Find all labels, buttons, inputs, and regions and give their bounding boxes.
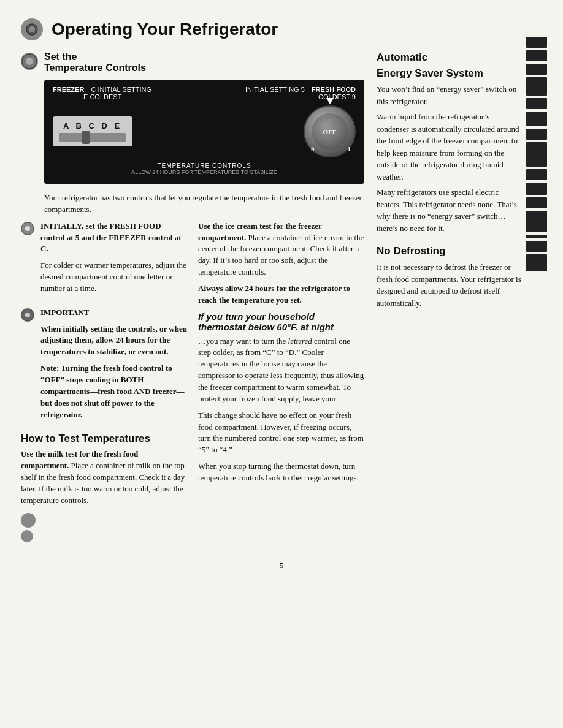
dial-control: OFF 9 1 [304, 105, 356, 157]
no-defrost-section: No Defrosting It is not necessary to def… [377, 245, 524, 309]
thermostat-body1-start: …you may want to turn the [198, 336, 288, 346]
allow-24: Always allow 24 hours for the refrigerat… [198, 283, 364, 306]
freezer-labels: FREEZER C INITIAL SETTING E COLDEST [53, 86, 151, 100]
important-body1: When initially setting the controls, or … [40, 324, 187, 358]
freezer-setting: C INITIAL SETTING [91, 86, 151, 93]
svg-point-7 [25, 313, 30, 317]
how-to-test-heading: How to Test Temperatures [21, 433, 187, 445]
dial-inner: OFF [312, 113, 348, 150]
thermostat-body3: When you stop turning the thermostat dow… [198, 461, 364, 484]
page-header: Operating Your Refrigerator [15, 18, 548, 40]
page-title: Operating Your Refrigerator [52, 20, 278, 39]
thermostat-body1: …you may want to turn the lettered contr… [198, 336, 364, 405]
initially-section: INITIALLY, set the FRESH FOOD control at… [21, 221, 187, 300]
set-temp-title-line1: Set the [44, 51, 146, 63]
fresh-food-label: FRESH FOOD [312, 86, 356, 93]
set-temp-icon [21, 53, 38, 70]
dial-number-9: 9 [311, 145, 315, 153]
auto-energy-section: Automatic Energy Saver System You won’t … [377, 51, 524, 234]
bottom-icon-1 [21, 513, 36, 528]
temp-controls-label: TEMPERATURE CONTROLS [53, 162, 356, 169]
how-to-test-milk: Use the milk test for the fresh food com… [21, 449, 187, 506]
slider-letters: A B C D E [63, 121, 122, 131]
svg-point-3 [26, 58, 33, 65]
auto-energy-title: Automatic [377, 51, 524, 64]
thermostat-heading: If you turn your household thermostat be… [198, 311, 364, 332]
thermostat-body2: This change should have no effect on you… [198, 410, 364, 456]
slider-track [59, 133, 126, 142]
two-col-content: INITIALLY, set the FRESH FOOD control at… [21, 221, 364, 542]
important-body2: Note: Turning the fresh food control to … [40, 363, 187, 420]
right-inner-col: Use the ice cream test for the freezer c… [198, 221, 364, 542]
bottom-icons [21, 513, 187, 542]
main-content: Set the Temperature Controls FREEZER C I… [15, 51, 548, 542]
initially-icon [21, 222, 34, 235]
important-icon [21, 308, 34, 322]
ice-cream-test: Use the ice cream test for the freezer c… [198, 221, 364, 278]
slider-control: A B C D E [53, 116, 132, 146]
thermostat-lettered1: lettered [288, 336, 312, 346]
slider-indicator [82, 131, 90, 144]
auto-energy-body3: Many refrigerators use special electric … [377, 186, 524, 234]
set-temp-header: Set the Temperature Controls [21, 51, 364, 74]
auto-energy-body2: Warm liquid from the refrigerator’s cond… [377, 111, 524, 183]
important-section: IMPORTANT When initially setting the con… [21, 307, 187, 426]
bottom-icon-2 [21, 530, 33, 542]
fresh-setting: INITIAL SETTING 5 [245, 86, 305, 93]
temperature-diagram: FREEZER C INITIAL SETTING E COLDEST INIT… [44, 80, 364, 184]
dial-off-label: OFF [323, 128, 337, 135]
temp-sublabel: ALLOW 24 HOURS FOR TEMPERATURES TO STABI… [53, 169, 356, 175]
no-defrost-title: No Defrosting [377, 245, 524, 257]
no-defrost-body: It is not necessary to defrost the freez… [377, 261, 524, 309]
freezer-label: FREEZER [53, 86, 84, 93]
header-icon [21, 18, 43, 40]
set-temp-title-line2: Temperature Controls [44, 63, 146, 74]
svg-point-1 [29, 26, 35, 32]
dial-triangle-indicator [326, 98, 334, 104]
right-column: Automatic Energy Saver System You won’t … [377, 51, 524, 542]
initially-heading: INITIALLY, set the FRESH FOOD control at… [40, 221, 187, 256]
auto-energy-body1: You won’t find an “energy saver” switch … [377, 83, 524, 107]
controls-display: A B C D E OFF 9 1 [53, 105, 356, 157]
dial-number-1: 1 [348, 145, 351, 153]
left-column: Set the Temperature Controls FREEZER C I… [21, 51, 377, 542]
fresh-food-labels: INITIAL SETTING 5 FRESH FOOD COLDEST 9 [245, 86, 356, 100]
body-intro: Your refrigerator has two controls that … [44, 192, 364, 216]
svg-point-5 [25, 226, 30, 231]
thermostat-body1-rest: control one step colder, as from “C” to … [198, 336, 364, 403]
page-number: 5 [15, 561, 548, 571]
freezer-coldest: E COLDEST [83, 93, 121, 100]
initially-body: For colder or warmer temperatures, adjus… [40, 260, 187, 295]
fresh-coldest: COLDEST 9 [318, 93, 356, 100]
important-heading: IMPORTANT [40, 307, 187, 319]
auto-energy-title2: Energy Saver System [377, 67, 524, 80]
left-inner-col: INITIALLY, set the FRESH FOOD control at… [21, 221, 187, 542]
dial-wrapper: OFF 9 1 [304, 105, 356, 157]
temp-controls-top: FREEZER C INITIAL SETTING E COLDEST INIT… [53, 86, 356, 100]
